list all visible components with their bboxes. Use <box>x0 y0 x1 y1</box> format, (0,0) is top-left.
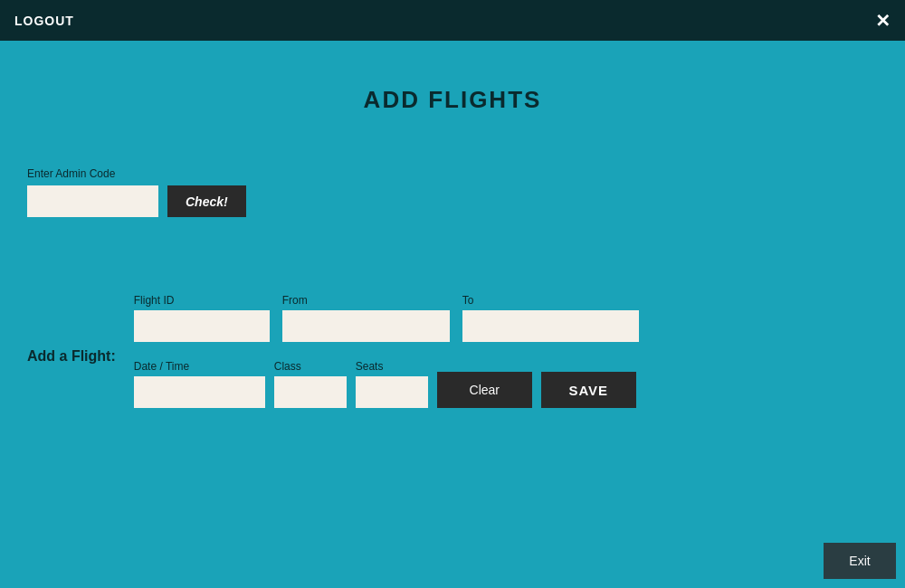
flight-id-group: Flight ID <box>134 294 270 342</box>
to-label: To <box>462 294 639 307</box>
to-input[interactable] <box>462 310 639 342</box>
exit-button[interactable]: Exit <box>824 543 896 579</box>
datetime-input[interactable] <box>134 376 265 408</box>
class-input[interactable] <box>274 376 347 408</box>
save-button[interactable]: SAVE <box>541 372 636 408</box>
datetime-group: Date / Time <box>134 360 265 408</box>
admin-code-input[interactable] <box>27 185 158 217</box>
admin-row: Check! <box>27 185 246 217</box>
add-flight-label: Add a Flight: <box>27 348 116 365</box>
from-label: From <box>282 294 450 307</box>
flight-id-input[interactable] <box>134 310 270 342</box>
clear-button[interactable]: Clear <box>437 372 532 408</box>
datetime-label: Date / Time <box>134 360 265 373</box>
header-bar: LOGOUT ✕ <box>0 0 905 41</box>
seats-label: Seats <box>356 360 428 373</box>
fields-row-2: Date / Time Class Seats Clear SAVE <box>134 360 639 408</box>
seats-group: Seats <box>356 360 428 408</box>
check-button[interactable]: Check! <box>167 185 246 217</box>
class-label: Class <box>274 360 347 373</box>
flight-id-label: Flight ID <box>134 294 270 307</box>
page-title: ADD FLIGHTS <box>364 86 542 114</box>
admin-section: Enter Admin Code Check! <box>27 167 246 217</box>
to-group: To <box>462 294 639 342</box>
class-group: Class <box>274 360 347 408</box>
fields-row-1: Flight ID From To <box>134 294 639 342</box>
form-fields: Flight ID From To Date / Time <box>134 294 639 408</box>
seats-input[interactable] <box>356 376 428 408</box>
from-group: From <box>282 294 450 342</box>
close-button[interactable]: ✕ <box>875 12 891 30</box>
from-input[interactable] <box>282 310 450 342</box>
main-content: ADD FLIGHTS Enter Admin Code Check! Add … <box>0 41 905 588</box>
header-title: LOGOUT <box>14 14 74 28</box>
add-flight-section: Add a Flight: Flight ID From To <box>27 294 639 408</box>
admin-code-label: Enter Admin Code <box>27 167 246 180</box>
